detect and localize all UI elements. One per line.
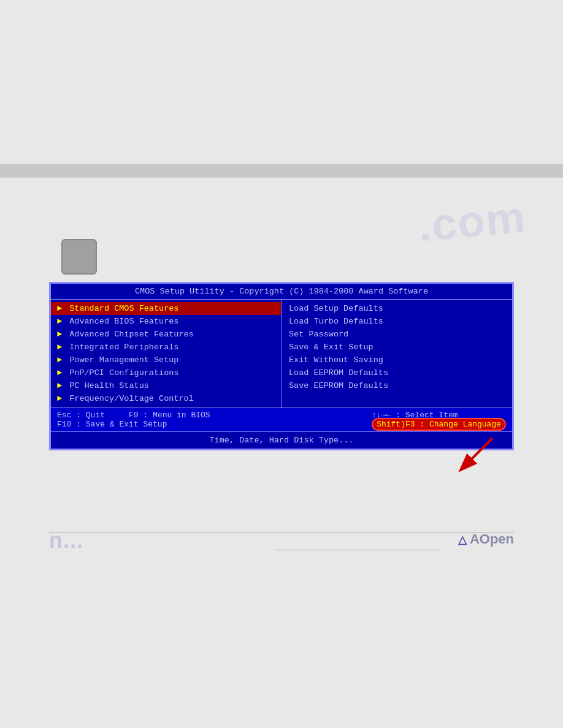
arrow-icon: ► [57, 355, 62, 365]
bios-status-change-lang: Shift)F3 : Change Language [372, 420, 506, 429]
bios-item-pnp-pci[interactable]: ► PnP/PCI Configurations [51, 366, 281, 379]
bios-item-pc-health[interactable]: ► PC Health Status [51, 379, 281, 392]
arrow-icon: ► [57, 381, 62, 390]
watermark-text: .com [416, 191, 529, 251]
bios-item-frequency-voltage[interactable]: ► Frequency/Voltage Control [51, 392, 281, 405]
bios-item-label: Save EEPROM Defaults [289, 381, 388, 390]
bios-item-save-eeprom-defaults[interactable]: Save EEPROM Defaults [282, 379, 512, 392]
bottom-divider2 [276, 550, 440, 550]
arrow-icon: ► [57, 330, 62, 339]
bios-item-label: Load Turbo Defaults [289, 317, 383, 326]
bios-item-standard-cmos[interactable]: ► Standard CMOS Features [51, 302, 281, 315]
bios-status-bar: Esc : Quit F9 : Menu in BIOS F10 : Save … [51, 408, 512, 432]
bios-right-column: Load Setup Defaults Load Turbo Defaults … [282, 300, 512, 408]
bios-item-set-password[interactable]: Set Password [282, 328, 512, 341]
bios-item-load-eeprom-defaults[interactable]: Load EEPROM Defaults [282, 366, 512, 379]
bios-item-label: Load EEPROM Defaults [289, 368, 388, 377]
bios-item-advanced-chipset[interactable]: ► Advanced Chipset Features [51, 328, 281, 341]
bios-item-exit-without-saving[interactable]: Exit Without Saving [282, 354, 512, 366]
arrow-icon: ► [57, 304, 62, 313]
aopen-logo: △ AOpen [458, 531, 514, 547]
bios-status-left: Esc : Quit F9 : Menu in BIOS F10 : Save … [57, 411, 210, 429]
bios-main-area: ► Standard CMOS Features ► Advanced BIOS… [51, 300, 512, 408]
bios-status-right: ↑↓→← : Select Item Shift)F3 : Change Lan… [372, 411, 506, 429]
gray-bar [0, 164, 563, 178]
bios-setup-window: CMOS Setup Utility - Copyright (C) 1984-… [49, 282, 514, 450]
bios-title: CMOS Setup Utility - Copyright (C) 1984-… [51, 284, 512, 300]
bios-item-label: PnP/PCI Configurations [69, 368, 178, 377]
bios-status-save: F10 : Save & Exit Setup [57, 420, 210, 429]
bios-item-label: Exit Without Saving [289, 355, 383, 365]
arrow-icon: ► [57, 317, 62, 326]
bios-item-label: Standard CMOS Features [69, 304, 178, 313]
change-language-highlight: Shift)F3 : Change Language [372, 418, 506, 431]
bios-status-quit: Esc : Quit F9 : Menu in BIOS [57, 411, 210, 420]
bios-item-advanced-bios[interactable]: ► Advanced BIOS Features [51, 315, 281, 328]
bios-left-column: ► Standard CMOS Features ► Advanced BIOS… [51, 300, 282, 408]
aopen-logo-text: AOpen [470, 531, 514, 547]
red-arrow-annotation [437, 435, 499, 481]
svg-line-1 [462, 438, 492, 469]
bottom-divider [49, 533, 514, 533]
bios-item-label: Save & Exit Setup [289, 343, 373, 352]
bios-item-load-turbo-defaults[interactable]: Load Turbo Defaults [282, 315, 512, 328]
arrow-icon: ► [57, 343, 62, 352]
bios-item-label: Frequency/Voltage Control [69, 394, 194, 403]
arrow-icon: ► [57, 394, 62, 403]
bios-item-label: Advanced Chipset Features [69, 330, 194, 339]
bios-item-load-setup-defaults[interactable]: Load Setup Defaults [282, 302, 512, 315]
bios-item-label: Integrated Peripherals [69, 343, 178, 352]
bios-item-integrated-peripherals[interactable]: ► Integrated Peripherals [51, 341, 281, 354]
arrow-icon: ► [57, 368, 62, 377]
bios-item-label: Load Setup Defaults [289, 304, 383, 313]
watermark-bottom: n... [49, 528, 83, 553]
square-icon [61, 239, 97, 275]
bios-item-label: Power Management Setup [69, 355, 178, 365]
bios-item-label: PC Health Status [69, 381, 149, 390]
bios-item-save-exit-setup[interactable]: Save & Exit Setup [282, 341, 512, 354]
bios-item-power-management[interactable]: ► Power Management Setup [51, 354, 281, 366]
bios-item-label: Set Password [289, 330, 348, 339]
bios-item-label: Advanced BIOS Features [69, 317, 178, 326]
